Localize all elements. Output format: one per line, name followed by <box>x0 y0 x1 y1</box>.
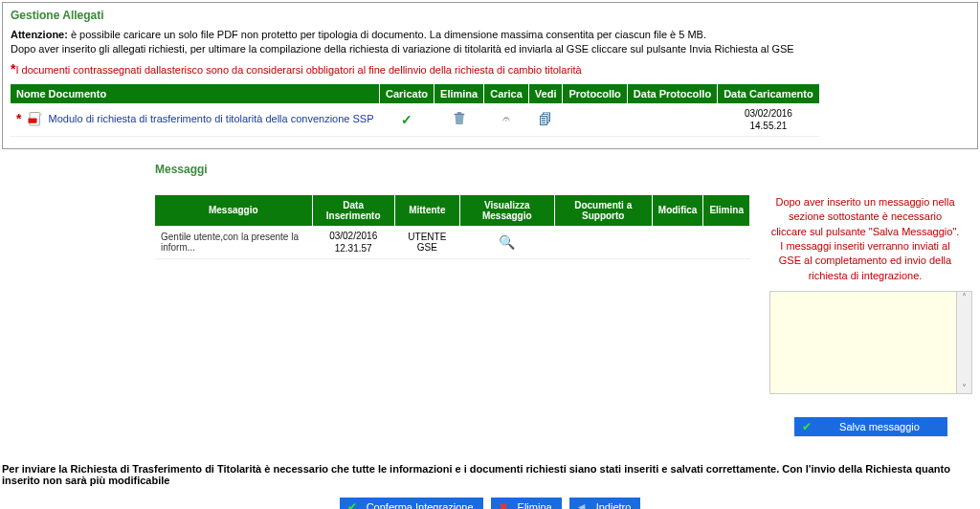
allegati-table: Nome Documento Caricato Elimina Carica V… <box>11 84 820 137</box>
mth-messaggio: Messaggio <box>155 195 312 226</box>
cell-modifica <box>652 226 703 259</box>
allegati-intro: Attenzione: è possibile caricare un solo… <box>11 28 969 57</box>
cell-data-ins: 03/02/2016 12.31.57 <box>312 226 394 259</box>
th-carica: Carica <box>484 84 529 103</box>
cell-elimina2 <box>703 226 750 259</box>
view-icon[interactable]: 🗐 <box>539 112 552 127</box>
table-row: * Modulo di richiesta di trasferimento d… <box>11 103 819 137</box>
allegati-intro-text: è possibile caricare un solo file PDF no… <box>11 29 794 55</box>
mth-mittente: Mittente <box>394 195 459 226</box>
scrollbar[interactable]: ˄˅ <box>957 291 972 394</box>
mth-data: Data Inserimento <box>312 195 394 226</box>
th-nome: Nome Documento <box>11 84 380 103</box>
table-row: Gentile utente,con la presente la inform… <box>155 226 750 259</box>
cell-data-caricamento: 03/02/2016 14.55.21 <box>718 103 820 137</box>
th-protocollo: Protocollo <box>563 84 627 103</box>
conferma-label: Conferma Integrazione <box>367 501 474 509</box>
elimina-button[interactable]: ✖ Elimina <box>491 498 562 509</box>
cell-supporto <box>554 226 652 259</box>
cell-vedi: 🗐 <box>528 103 563 137</box>
cell-data-protocollo <box>627 103 717 137</box>
svg-rect-3 <box>457 112 461 114</box>
cell-visualizza: 🔍 <box>459 226 554 259</box>
paperclip-icon[interactable]: 𝄐 <box>502 111 510 126</box>
save-message-label: Salva messaggio <box>821 421 938 432</box>
messaggi-info: Dopo aver inserito un messaggio nella se… <box>769 195 961 283</box>
messaggi-section: Messaggi Messaggio Data Inserimento Mitt… <box>0 151 980 444</box>
indietro-button[interactable]: ◄ Indietro <box>569 498 641 509</box>
row-asterisk-icon: * <box>16 111 21 126</box>
conferma-button[interactable]: ✔ Conferma Integrazione <box>340 498 483 509</box>
messaggi-table: Messaggio Data Inserimento Mittente Visu… <box>155 195 750 259</box>
check-icon: ✓ <box>401 112 412 127</box>
svg-rect-1 <box>28 118 36 122</box>
cell-caricato: ✓ <box>380 103 434 137</box>
back-arrow-icon: ◄ <box>575 500 589 509</box>
cell-mittente: UTENTE GSE <box>394 226 459 259</box>
mth-visualizza: Visualizza Messaggio <box>459 195 554 226</box>
save-message-button[interactable]: ✔ Salva messaggio <box>794 417 947 436</box>
check-icon: ✔ <box>345 500 359 509</box>
mth-supporto: Documenti a Supporto <box>554 195 652 226</box>
check-icon: ✔ <box>800 420 813 433</box>
elimina-label: Elimina <box>518 501 552 509</box>
allegati-panel: Gestione Allegati Attenzione: è possibil… <box>2 2 978 149</box>
footer-bold: Per inviare la Richiesta di Trasferiment… <box>0 444 980 492</box>
pdf-icon <box>27 113 49 124</box>
th-vedi: Vedi <box>528 84 563 103</box>
indietro-label: Indietro <box>596 501 632 509</box>
cell-nome: * Modulo di richiesta di trasferimento d… <box>11 103 380 137</box>
chevron-down-icon[interactable]: ˅ <box>962 383 967 393</box>
cell-messaggio: Gentile utente,con la presente la inform… <box>155 226 312 259</box>
delete-icon: ✖ <box>497 500 510 509</box>
allegati-title: Gestione Allegati <box>11 9 969 22</box>
th-elimina: Elimina <box>434 84 484 103</box>
th-data-caricamento: Data Caricamento <box>718 84 820 103</box>
messaggi-title: Messaggi <box>155 163 972 176</box>
allegati-note: *I documenti contrassegnati dallasterisc… <box>11 61 969 77</box>
cell-elimina <box>434 103 484 137</box>
svg-rect-2 <box>454 114 464 116</box>
chevron-up-icon[interactable]: ˄ <box>962 292 967 302</box>
allegati-note-text: I documenti contrassegnati dallasterisco… <box>15 64 581 76</box>
cell-carica: 𝄐 <box>484 103 529 137</box>
mth-elimina: Elimina <box>703 195 750 226</box>
trash-icon[interactable] <box>451 118 468 129</box>
document-link[interactable]: Modulo di richiesta di trasferimento di … <box>49 113 374 124</box>
allegati-intro-bold: Attenzione: <box>11 29 68 40</box>
th-data-protocollo: Data Protocollo <box>627 84 717 103</box>
magnify-icon[interactable]: 🔍 <box>499 234 515 250</box>
th-caricato: Caricato <box>380 84 434 103</box>
message-input[interactable] <box>769 291 957 394</box>
cell-protocollo <box>563 103 627 137</box>
mth-modifica: Modifica <box>652 195 703 226</box>
action-row: ✔ Conferma Integrazione ✖ Elimina ◄ Indi… <box>0 498 980 509</box>
